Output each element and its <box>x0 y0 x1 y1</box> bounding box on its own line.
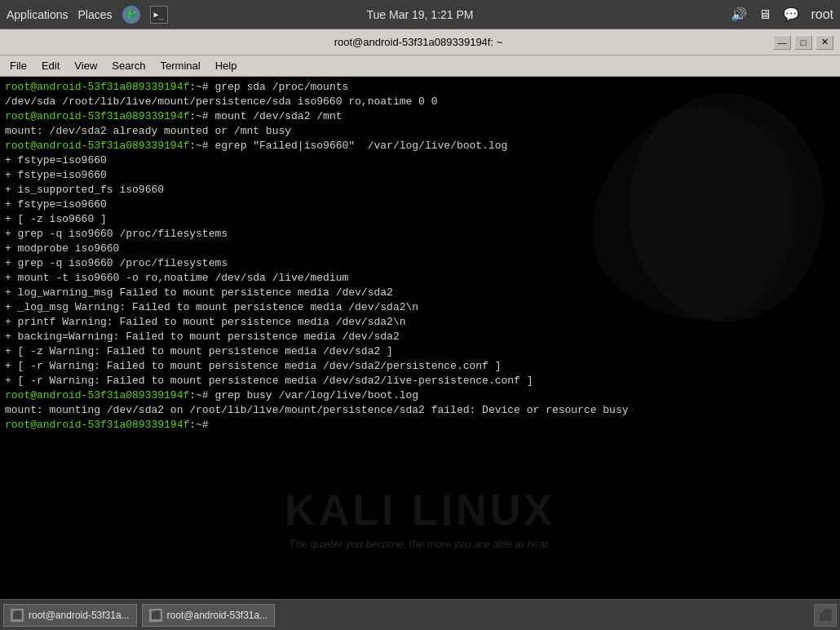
menu-item-edit[interactable]: Edit <box>35 58 66 73</box>
taskbar-item-2[interactable]: ⬛ root@android-53f31a... <box>142 604 276 627</box>
minimize-button[interactable]: — <box>773 35 791 50</box>
maximize-button[interactable]: □ <box>794 35 812 50</box>
volume-icon[interactable]: 🔊 <box>731 7 747 22</box>
window-controls: — □ ✕ <box>773 35 833 50</box>
menu-item-search[interactable]: Search <box>105 58 152 73</box>
menu-item-terminal[interactable]: Terminal <box>154 58 207 73</box>
terminal-launch-icon[interactable]: ▶_ <box>150 6 168 24</box>
display-icon[interactable]: 🖥 <box>758 7 771 22</box>
sys-bar-left: Applications Places 🐉 ▶_ <box>7 6 168 24</box>
taskbar-item-2-icon: ⬛ <box>149 609 162 622</box>
taskbar-item-1[interactable]: ⬛ root@android-53f31a... <box>3 604 137 627</box>
applications-menu[interactable]: Applications <box>7 8 69 21</box>
menu-item-help[interactable]: Help <box>209 58 244 73</box>
taskbar-item-1-icon: ⬛ <box>11 609 24 622</box>
sys-bar-right: 🔊 🖥 💬 root <box>731 7 833 22</box>
kali-logo-text: KALI LINUX <box>285 486 555 535</box>
datetime-display: Tue Mar 19, 1:21 PM <box>367 8 474 21</box>
taskbar-right: ⬛ <box>814 604 837 627</box>
system-bar: Applications Places 🐉 ▶_ Tue Mar 19, 1:2… <box>0 0 840 29</box>
menu-bar: FileEditViewSearchTerminalHelp <box>0 55 840 77</box>
dragon-icon: 🐉 <box>122 6 140 24</box>
terminal-output: root@android-53f31a089339194f:~# grep sd… <box>0 77 634 436</box>
user-label: root <box>811 7 833 22</box>
close-button[interactable]: ✕ <box>816 35 833 50</box>
menu-item-view[interactable]: View <box>68 58 104 73</box>
taskbar-item-2-label: root@android-53f31a... <box>167 610 268 621</box>
taskbar-applet-icon[interactable]: ⬛ <box>814 604 837 627</box>
network-icon[interactable]: 💬 <box>783 7 799 22</box>
title-bar: root@android-53f31a089339194f: ~ — □ ✕ <box>0 29 840 55</box>
taskbar: ⬛ root@android-53f31a... ⬛ root@android-… <box>0 599 840 630</box>
menu-item-file[interactable]: File <box>3 58 33 73</box>
window-title: root@android-53f31a089339194f: ~ <box>64 36 773 48</box>
places-menu[interactable]: Places <box>78 8 113 21</box>
terminal-window[interactable]: root@android-53f31a089339194f:~# grep sd… <box>0 77 840 599</box>
kali-tagline: The quieter you become, the more you are… <box>285 538 555 550</box>
taskbar-item-1-label: root@android-53f31a... <box>29 610 130 621</box>
kali-watermark: KALI LINUX The quieter you become, the m… <box>285 486 555 550</box>
